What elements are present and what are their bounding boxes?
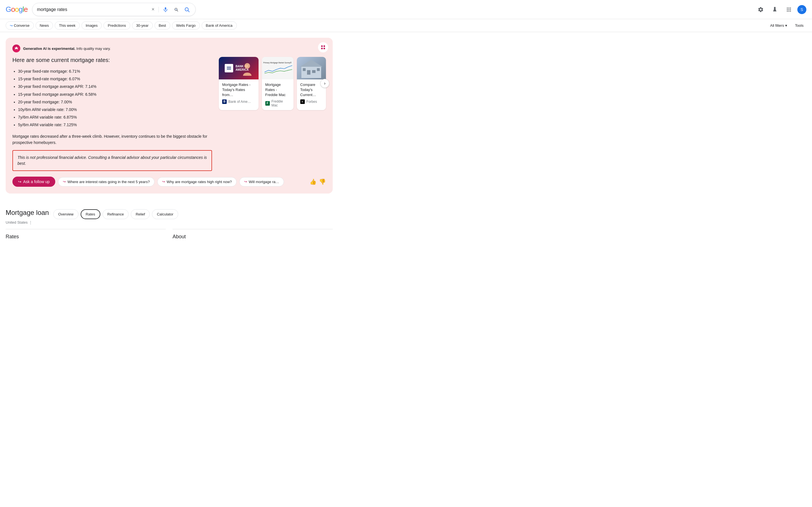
search-icons: × [150,5,191,13]
suggestion-icon-3: ↪ [244,180,247,184]
svg-rect-17 [303,68,306,71]
ai-corner-button[interactable] [318,42,328,52]
svg-point-10 [245,63,250,69]
svg-rect-8 [321,48,322,49]
suggestion-chip-2[interactable]: ↪ Why are mortgage rates high right now? [157,177,237,186]
mortgage-tabs: Overview Rates Refinance Relief Calculat… [53,209,178,219]
search-bar: × [32,3,196,16]
search-input[interactable] [37,7,147,12]
voice-search-button[interactable] [161,6,169,13]
suggestion-chip-3[interactable]: ↪ Will mortgage ra… [239,177,284,186]
source-card-freddie[interactable]: Primary Mortgage Market Survey® Mortgage… [262,57,294,110]
about-section: About [172,229,333,245]
lens-search-button[interactable] [172,6,180,13]
thumbs-up-button[interactable]: 👍 [310,178,317,185]
source-card-boa[interactable]: BANK OF AMERICA Mortgage Rat [219,57,259,110]
ai-notice-text: Generative AI is experimental. Info qual… [23,47,111,51]
suggestion-chip-1[interactable]: ↪ Where are interest rates going in the … [58,177,154,186]
about-title: About [172,234,333,240]
rate-item: 30-year fixed-rate mortgage: 6.71% [18,68,212,75]
ai-logo-icon [12,45,20,52]
divider [158,7,159,12]
favicon-boa: B [222,100,227,104]
tab-best[interactable]: Best [154,21,170,30]
mortgage-subtitle: United States ⋮ [6,220,333,224]
ai-header: Generative AI is experimental. Info qual… [12,45,326,52]
tab-this-week[interactable]: This week [55,21,80,30]
logo-letter-g2: g [18,5,22,14]
card-meta-freddie: F Freddie Mac [265,100,290,107]
user-avatar[interactable]: S [797,5,806,14]
mortgage-header: Mortgage loan Overview Rates Refinance R… [6,206,333,219]
rate-item: 7y/6m ARM variable rate: 6.875% [18,114,212,121]
tab-bank-of-america[interactable]: Bank of America [202,21,237,30]
card-body-boa: Mortgage Rates - Today's Rates from… B B… [219,79,259,107]
ai-summary-text: Mortgage rates decreased after a three-w… [12,133,212,146]
tabs-row: ↪ Converse News This week Images Predict… [0,19,812,32]
search-submit-button[interactable] [183,6,191,13]
google-logo: G o o g l e [6,5,28,14]
suggestion-icon-2: ↪ [162,180,165,184]
source-cards-section: BANK OF AMERICA Mortgage Rat [219,57,326,171]
svg-rect-6 [321,45,322,47]
rate-item: 5y/6m ARM variable rate: 7.125% [18,121,212,128]
svg-rect-9 [324,48,325,49]
svg-marker-14 [300,60,322,67]
dropdown-icon: ▾ [785,23,787,27]
tab-30-year[interactable]: 30-year [132,21,153,30]
ask-followup-button[interactable]: ↪ Ask a follow up [12,177,55,187]
ai-title: Here are some current mortgage rates: [12,57,212,63]
logo-letter-o1: o [11,5,15,14]
thumbs-down-button[interactable]: 👎 [319,178,326,185]
mortgage-tab-overview[interactable]: Overview [53,209,78,219]
card-image-forbes [297,57,326,79]
rates-section: Rates [6,229,166,245]
mortgage-loan-section: Mortgage loan Overview Rates Refinance R… [6,199,333,229]
ai-content: Here are some current mortgage rates: 30… [12,57,326,171]
more-options-icon[interactable]: ⋮ [29,220,33,224]
all-filters-button[interactable]: All filters ▾ [767,22,790,29]
tab-predictions[interactable]: Predictions [103,21,130,30]
settings-button[interactable] [755,4,766,15]
tools-button[interactable]: Tools [792,22,806,29]
favicon-forbes: F [300,100,305,104]
tabs-right: All filters ▾ Tools [767,22,806,29]
tab-wells-fargo[interactable]: Wells Fargo [172,21,200,30]
cards-next-button[interactable]: › [320,79,329,88]
tab-news[interactable]: News [36,21,53,30]
tab-converse[interactable]: ↪ Converse [6,21,34,30]
ai-answer-box: Generative AI is experimental. Info qual… [6,38,333,193]
tab-images[interactable]: Images [82,21,102,30]
card-meta-boa: B Bank of Ame… [222,100,255,104]
mortgage-tab-relief[interactable]: Relief [131,209,150,219]
ai-rates-list: 30-year fixed-rate mortgage: 6.71% 15-ye… [12,68,212,129]
followup-icon: ↪ [18,179,21,184]
svg-rect-16 [312,70,315,73]
labs-button[interactable] [769,4,780,15]
mortgage-tab-refinance[interactable]: Refinance [103,209,129,219]
svg-line-5 [188,10,190,12]
feedback-icons: 👍 👎 [310,178,326,185]
mortgage-tab-calculator[interactable]: Calculator [152,209,178,219]
logo-letter-e: e [24,5,28,14]
svg-text:Primary Mortgage Market Survey: Primary Mortgage Market Survey® [263,62,292,64]
logo-letter-o2: o [15,5,18,14]
logo-letter-g: G [6,5,11,14]
header: G o o g l e × [0,0,812,19]
disclaimer-box: This is not professional financial advic… [12,150,212,171]
cards-row: BANK OF AMERICA Mortgage Rat [219,57,326,110]
mortgage-tab-rates[interactable]: Rates [81,209,100,219]
clear-button[interactable]: × [150,5,156,13]
apps-button[interactable] [783,4,795,15]
rate-item: 30-year fixed mortgage average APR: 7.14… [18,83,212,90]
rate-item: 20-year fixed mortgage: 7.00% [18,99,212,106]
rate-item: 15-year fixed-rate mortgage: 6.07% [18,75,212,82]
main-content: Generative AI is experimental. Info qual… [0,38,338,245]
card-image-freddie: Primary Mortgage Market Survey® [262,57,294,79]
svg-rect-7 [324,45,325,47]
svg-rect-0 [165,7,166,10]
bottom-grid: Rates About [6,229,333,245]
card-image-boa: BANK OF AMERICA [219,57,259,79]
svg-point-3 [175,8,177,10]
favicon-freddie: F [265,101,270,106]
